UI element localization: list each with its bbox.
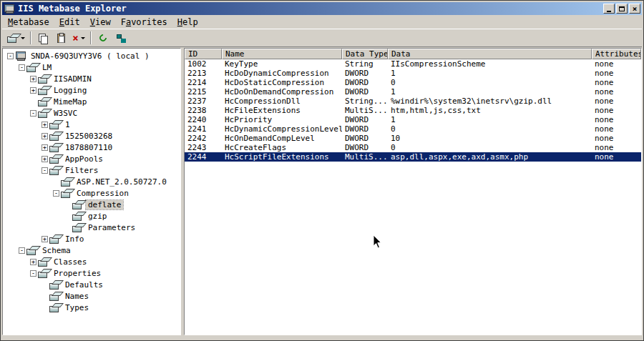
expander-box[interactable]: + bbox=[42, 236, 48, 242]
minimize-button[interactable] bbox=[603, 4, 615, 14]
table-row-2214[interactable]: 2214HcDoStaticCompressionDWORD0none bbox=[185, 78, 641, 87]
tree-item-label[interactable]: SNDA-69Q3UYY3V6 ( local ) bbox=[29, 51, 152, 61]
tree-item-w3svc[interactable]: -W3SVC bbox=[3, 107, 180, 119]
expand-expander-icon[interactable]: + bbox=[40, 144, 49, 151]
tree-item-gzip[interactable]: gzip bbox=[3, 210, 180, 222]
expander-box[interactable]: + bbox=[42, 144, 48, 151]
tree-item-iisadmin[interactable]: +IISADMIN bbox=[3, 73, 180, 84]
table-row-2241[interactable]: 2241HcDynamicCompressionLevelDWORD0none bbox=[185, 124, 641, 134]
new-key-button[interactable] bbox=[5, 30, 27, 46]
collapse-expander-icon[interactable]: - bbox=[52, 190, 61, 197]
tree-item-parameters[interactable]: Parameters bbox=[3, 222, 180, 233]
tree-item-label[interactable]: Parameters bbox=[86, 223, 137, 232]
tree-item-label[interactable]: 1525003268 bbox=[63, 132, 114, 141]
expander-box[interactable]: + bbox=[30, 259, 36, 265]
tree-item-info[interactable]: +Info bbox=[3, 233, 180, 244]
menu-item-edit[interactable]: Edit bbox=[54, 16, 85, 28]
expand-expander-icon[interactable]: + bbox=[40, 133, 49, 139]
tree-item-defaults[interactable]: Defaults bbox=[3, 279, 180, 290]
collapse-expander-icon[interactable]: - bbox=[29, 270, 38, 277]
tree-item-label[interactable]: Classes bbox=[52, 257, 89, 267]
tree-item-mimemap[interactable]: MimeMap bbox=[3, 96, 180, 107]
tree-item-deflate[interactable]: deflate bbox=[3, 199, 180, 210]
tree-item-label[interactable]: IISADMIN bbox=[52, 74, 94, 84]
title-bar[interactable]: IIS Metabase Explorer × bbox=[2, 2, 642, 15]
tree-item-1[interactable]: +1 bbox=[3, 119, 180, 130]
tree-item-label[interactable]: LM bbox=[40, 63, 54, 72]
table-row-1002[interactable]: 1002KeyTypeStringIIsCompressionSchemenon… bbox=[185, 59, 641, 69]
table-row-2213[interactable]: 2213HcDoDynamicCompressionDWORD1none bbox=[185, 69, 641, 78]
table-row-2238[interactable]: 2238HcFileExtensionsMultiS...htm,html,js… bbox=[185, 106, 641, 115]
expander-box[interactable]: - bbox=[53, 190, 59, 197]
tree-item-label[interactable]: Filters bbox=[63, 166, 100, 175]
tree-item-asp-net-2-0-50727-0[interactable]: ASP.NET_2.0.50727.0 bbox=[3, 176, 180, 187]
menu-item-view[interactable]: View bbox=[85, 16, 116, 28]
tree-item-label[interactable]: MimeMap bbox=[52, 97, 89, 107]
tree-item-label[interactable]: Types bbox=[63, 303, 91, 312]
column-header-name[interactable]: Name bbox=[222, 49, 342, 59]
expander-box[interactable]: - bbox=[7, 53, 14, 59]
collapse-expander-icon[interactable]: - bbox=[6, 53, 15, 59]
tree-item-1878807110[interactable]: +1878807110 bbox=[3, 142, 180, 153]
maximize-button[interactable] bbox=[616, 4, 628, 14]
column-header-data-type[interactable]: Data Type bbox=[342, 49, 388, 59]
column-header-data[interactable]: Data bbox=[388, 49, 592, 59]
tree-item-label[interactable]: Logging bbox=[52, 86, 89, 95]
properties-grid-pane[interactable]: IDNameData TypeDataAttributes 1002KeyTyp… bbox=[184, 48, 642, 335]
menu-item-help[interactable]: Help bbox=[172, 16, 203, 28]
tree-item-label[interactable]: Compression bbox=[74, 189, 131, 198]
tree-item-label[interactable]: AppPools bbox=[63, 154, 105, 164]
expander-box[interactable]: - bbox=[19, 64, 25, 71]
tree-item-label[interactable]: Defaults bbox=[63, 280, 105, 290]
tree-item-apppools[interactable]: +AppPools bbox=[3, 153, 180, 164]
expand-expander-icon[interactable]: + bbox=[40, 156, 49, 162]
tree-item-label[interactable]: Schema bbox=[40, 246, 73, 255]
expander-box[interactable]: - bbox=[19, 247, 25, 254]
expander-box[interactable]: + bbox=[42, 156, 48, 162]
expander-box[interactable]: + bbox=[42, 133, 48, 139]
metabase-tree-pane[interactable]: -SNDA-69Q3UYY3V6 ( local )-LM+IISADMIN+L… bbox=[2, 48, 181, 335]
menu-item-metabase[interactable]: Metabase bbox=[3, 16, 54, 28]
tree-item-label[interactable]: ASP.NET_2.0.50727.0 bbox=[74, 177, 169, 187]
collapse-expander-icon[interactable]: - bbox=[17, 247, 26, 254]
expand-expander-icon[interactable]: + bbox=[29, 87, 38, 94]
tree-item-label[interactable]: Info bbox=[63, 234, 87, 244]
tree-item-schema[interactable]: -Schema bbox=[3, 244, 180, 256]
connections-button[interactable] bbox=[112, 30, 130, 46]
table-row-2240[interactable]: 2240HcPriorityDWORD1none bbox=[185, 115, 641, 124]
tree-item-properties[interactable]: -Properties bbox=[3, 267, 180, 279]
tree-item-label[interactable]: deflate bbox=[86, 200, 123, 209]
expand-expander-icon[interactable]: + bbox=[29, 259, 38, 265]
tree-item-names[interactable]: Names bbox=[3, 290, 180, 302]
tree-item-compression[interactable]: -Compression bbox=[3, 187, 180, 199]
tree-item-1525003268[interactable]: +1525003268 bbox=[3, 130, 180, 142]
table-row-2215[interactable]: 2215HcDoOnDemandCompressionDWORD1none bbox=[185, 87, 641, 97]
collapse-expander-icon[interactable]: - bbox=[40, 167, 49, 174]
tree-item-label[interactable]: gzip bbox=[86, 212, 109, 221]
close-button[interactable]: × bbox=[629, 4, 640, 14]
collapse-expander-icon[interactable]: - bbox=[29, 110, 38, 117]
table-row-2242[interactable]: 2242HcOnDemandCompLevelDWORD10none bbox=[185, 134, 641, 143]
copy-button[interactable] bbox=[34, 30, 52, 46]
tree-item-classes[interactable]: +Classes bbox=[3, 256, 180, 267]
collapse-expander-icon[interactable]: - bbox=[17, 64, 26, 71]
tree-item-label[interactable]: 1 bbox=[63, 120, 72, 129]
expander-box[interactable]: + bbox=[30, 76, 36, 82]
tree-item-label[interactable]: 1878807110 bbox=[63, 143, 114, 152]
tree-item-types[interactable]: Types bbox=[3, 302, 180, 313]
expander-box[interactable]: + bbox=[30, 87, 36, 94]
table-row-2237[interactable]: 2237HcCompressionDllString...%windir%\sy… bbox=[185, 97, 641, 106]
menu-item-favorites[interactable]: Favorites bbox=[116, 16, 172, 28]
expander-box[interactable]: - bbox=[42, 167, 48, 174]
expander-box[interactable]: + bbox=[42, 122, 48, 128]
expand-expander-icon[interactable]: + bbox=[29, 76, 38, 82]
delete-button[interactable] bbox=[70, 30, 87, 46]
expand-expander-icon[interactable]: + bbox=[40, 236, 49, 242]
tree-item-filters[interactable]: -Filters bbox=[3, 164, 180, 176]
table-row-2243[interactable]: 2243HcCreateFlagsDWORD0none bbox=[185, 143, 641, 152]
tree-item-snda-69q3uyy3v6-local[interactable]: -SNDA-69Q3UYY3V6 ( local ) bbox=[3, 50, 180, 61]
expander-box[interactable]: - bbox=[30, 270, 36, 277]
refresh-button[interactable] bbox=[94, 30, 112, 46]
tree-item-label[interactable]: W3SVC bbox=[52, 109, 79, 118]
expand-expander-icon[interactable]: + bbox=[40, 122, 49, 128]
